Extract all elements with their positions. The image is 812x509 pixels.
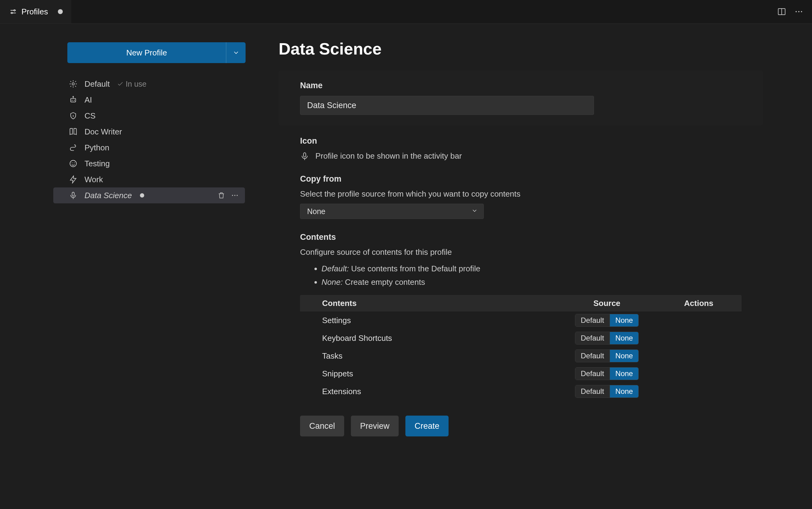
svg-rect-8: [71, 98, 76, 102]
svg-point-23: [234, 195, 235, 196]
contents-row: Extensions Default None: [300, 382, 742, 400]
source-none-button[interactable]: None: [610, 314, 638, 327]
contents-row: Keyboard Shortcuts Default None: [300, 329, 742, 347]
source-segmented: Default None: [575, 385, 639, 398]
svg-rect-20: [72, 192, 74, 196]
profile-item-doc-writer[interactable]: Doc Writer: [53, 124, 245, 140]
profile-item-cs[interactable]: CS: [53, 108, 245, 124]
svg-point-16: [70, 161, 76, 167]
zap-icon: [67, 175, 79, 184]
contents-row-name: Tasks: [322, 351, 558, 361]
source-none-button[interactable]: None: [610, 332, 638, 344]
page-title: Data Science: [279, 39, 763, 58]
source-default-button[interactable]: Default: [575, 332, 610, 344]
svg-point-17: [72, 163, 72, 163]
source-default-button[interactable]: Default: [575, 368, 610, 380]
svg-point-1: [11, 12, 12, 13]
profile-item-python[interactable]: Python: [53, 140, 245, 156]
profile-item-work[interactable]: Work: [53, 171, 245, 188]
profile-list: DefaultIn useAICSDoc WriterPythonTesting…: [67, 76, 245, 203]
copy-from-label: Copy from: [300, 174, 742, 184]
profile-item-label: Testing: [84, 159, 110, 168]
book-icon: [67, 127, 79, 136]
svg-point-13: [73, 115, 73, 116]
contents-label: Contents: [300, 232, 742, 242]
source-none-button[interactable]: None: [610, 350, 638, 362]
contents-row-name: Keyboard Shortcuts: [322, 334, 558, 343]
tab-bar-actions: [777, 0, 812, 23]
contents-bullets: Default: Use contents from the Default p…: [300, 262, 742, 289]
contents-desc: Configure source of contents for this pr…: [300, 247, 742, 257]
profile-item-label: Data Science: [84, 191, 132, 200]
section-name: Name: [279, 70, 763, 125]
cancel-button[interactable]: Cancel: [300, 416, 344, 436]
svg-point-6: [801, 11, 802, 12]
more-actions-icon[interactable]: [794, 7, 804, 16]
source-segmented: Default None: [575, 349, 639, 362]
th-source: Source: [558, 299, 656, 308]
profile-more-icon[interactable]: [231, 192, 239, 199]
robot-icon: [67, 96, 79, 104]
profile-item-data-science[interactable]: Data Science: [53, 188, 245, 203]
svg-point-10: [74, 100, 75, 101]
profile-item-label: CS: [84, 111, 96, 121]
copy-from-value: None: [307, 207, 325, 216]
new-profile-label: New Profile: [67, 42, 226, 63]
profile-item-ai[interactable]: AI: [53, 92, 245, 108]
th-actions: Actions: [656, 299, 742, 308]
snake-icon: [67, 143, 79, 152]
gear-icon: [67, 80, 79, 88]
workspace: New Profile DefaultIn useAICSDoc WriterP…: [0, 24, 812, 509]
copy-from-select[interactable]: None: [300, 204, 484, 219]
svg-point-18: [74, 163, 74, 163]
source-default-button[interactable]: Default: [575, 385, 610, 398]
profiles-sidebar: New Profile DefaultIn useAICSDoc WriterP…: [0, 24, 260, 509]
name-label: Name: [300, 81, 742, 90]
contents-row-name: Settings: [322, 316, 558, 325]
section-icon: Icon Profile icon to be shown in the act…: [279, 136, 763, 161]
create-button[interactable]: Create: [405, 416, 449, 436]
contents-row: Tasks Default None: [300, 347, 742, 365]
new-profile-dropdown[interactable]: [226, 42, 246, 63]
source-default-button[interactable]: Default: [575, 350, 610, 362]
tab-profiles[interactable]: Profiles: [0, 0, 72, 23]
settings-sliders-icon: [9, 8, 17, 15]
action-row: Cancel Preview Create: [300, 416, 742, 436]
icon-label: Icon: [300, 136, 742, 146]
preview-button[interactable]: Preview: [351, 416, 399, 436]
smile-icon: [67, 159, 79, 168]
profile-icon-preview[interactable]: [300, 151, 309, 161]
tab-bar-left: Profiles: [0, 0, 72, 23]
source-segmented: Default None: [575, 332, 639, 344]
section-contents: Contents Configure source of contents fo…: [279, 232, 763, 436]
chevron-down-icon: [471, 207, 478, 216]
copy-from-desc: Select the profile source from which you…: [300, 189, 742, 199]
profile-item-testing[interactable]: Testing: [53, 156, 245, 171]
profile-item-label: Default: [84, 79, 110, 89]
new-profile-button[interactable]: New Profile: [67, 42, 246, 63]
profile-item-label: Doc Writer: [84, 127, 122, 137]
delete-profile-icon[interactable]: [217, 192, 225, 199]
svg-point-0: [14, 10, 15, 11]
svg-point-9: [72, 100, 73, 101]
profile-editor: Data Science Name Icon Profile icon to b…: [260, 24, 812, 509]
contents-row: Settings Default None: [300, 311, 742, 329]
source-segmented: Default None: [575, 314, 639, 327]
tab-dirty-indicator-icon: [58, 9, 63, 14]
source-segmented: Default None: [575, 367, 639, 380]
icon-desc: Profile icon to be shown in the activity…: [315, 151, 462, 161]
source-none-button[interactable]: None: [610, 385, 638, 398]
profile-item-label: AI: [84, 95, 92, 105]
source-none-button[interactable]: None: [610, 368, 638, 380]
source-default-button[interactable]: Default: [575, 314, 610, 327]
svg-point-22: [232, 195, 233, 196]
shield-icon: [67, 111, 79, 120]
svg-point-15: [74, 145, 75, 145]
svg-rect-25: [304, 152, 306, 157]
th-contents: Contents: [322, 299, 558, 308]
profile-name-input[interactable]: [300, 96, 594, 115]
profile-item-default[interactable]: DefaultIn use: [53, 76, 245, 92]
profile-item-label: Python: [84, 143, 109, 152]
split-editor-icon[interactable]: [777, 7, 786, 16]
svg-point-7: [72, 83, 74, 85]
